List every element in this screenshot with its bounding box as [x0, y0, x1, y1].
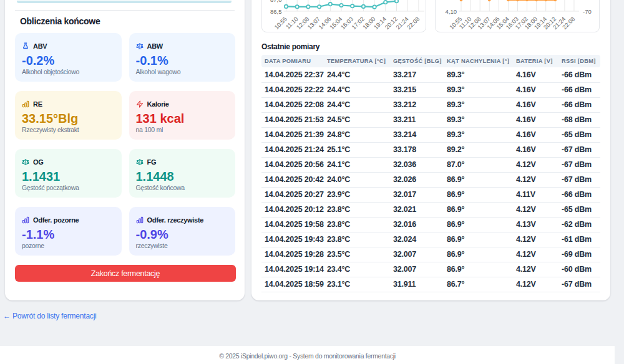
table-cell: 87.0°	[444, 157, 513, 172]
table-cell: 24.1°C	[324, 157, 390, 172]
table-cell: -62 dBm	[558, 217, 600, 232]
table-cell: -69 dBm	[558, 247, 600, 262]
column-header: DATA POMIARU	[261, 55, 324, 67]
table-cell: 4.16V	[513, 67, 558, 82]
table-cell: 14.04.2025 20:42	[261, 172, 324, 187]
table-cell: 32.026	[390, 172, 444, 187]
table-cell: 14.04.2025 21:53	[261, 112, 324, 127]
end-fermentation-button[interactable]: Zakończ fermentację	[15, 265, 236, 282]
table-cell: 4.12V	[513, 232, 558, 247]
metric-head: Odfer. rzeczywiste	[136, 215, 228, 225]
table-cell: 24.4°C	[324, 82, 390, 97]
bar-chart-icon	[22, 216, 29, 224]
table-cell: 23.9°C	[324, 187, 390, 202]
calculations-title: Obliczenia końcowe	[20, 16, 100, 26]
table-cell: 89.3°	[444, 112, 513, 127]
metric-value: 1.1448	[136, 170, 228, 184]
table-cell: 89.3°	[444, 82, 513, 97]
table-cell: -67 dBm	[558, 172, 600, 187]
table-row: 14.04.2025 19:4323.8°C32.02486.9°4.12V-6…	[261, 232, 600, 247]
metric-caption: Alkohol objętościowo	[22, 68, 114, 75]
table-cell: 14.04.2025 22:08	[261, 97, 324, 112]
table-cell: 4.16V	[513, 127, 558, 142]
table-cell: 86.9°	[444, 262, 513, 277]
table-cell: 23.5°C	[324, 247, 390, 262]
metric-label: RE	[33, 100, 42, 108]
scale-icon	[22, 158, 29, 166]
table-cell: 4.13V	[513, 217, 558, 232]
table-cell: 24.5°C	[324, 112, 390, 127]
metric-label: Kalorie	[147, 100, 169, 108]
table-row: 14.04.2025 20:2723.9°C32.01786.9°4.11V-6…	[261, 187, 600, 202]
table-cell: 24.8°C	[324, 127, 390, 142]
metric-caption: pozorne	[22, 242, 114, 249]
table-cell: -67 dBm	[558, 157, 600, 172]
metric-card-abv: ABV-0.2%Alkohol objętościowo	[15, 33, 122, 82]
metric-head: OG	[22, 157, 114, 167]
table-cell: 86.9°	[444, 217, 513, 232]
table-cell: 89.3°	[444, 97, 513, 112]
svg-text:4,10: 4,10	[446, 8, 457, 15]
table-cell: -66 dBm	[558, 187, 600, 202]
last-measurements-card: 86,587,010:5511:1012:0813:0714:0615:0416…	[251, 0, 610, 300]
table-cell: -60 dBm	[558, 262, 600, 277]
table-row: 14.04.2025 19:2823.5°C32.00786.9°4.12V-6…	[261, 247, 600, 262]
section-divider	[15, 10, 235, 11]
table-cell: 23.8°C	[324, 217, 390, 232]
table-row: 14.04.2025 22:2224.4°C33.21589.3°4.16V-6…	[261, 82, 600, 97]
table-cell: 86.9°	[444, 232, 513, 247]
column-header: BATERIA [V]	[513, 55, 558, 67]
table-cell: 14.04.2025 20:12	[261, 202, 324, 217]
table-row: 14.04.2025 21:2425.1°C33.17889.2°4.16V-6…	[261, 142, 600, 157]
table-cell: 33.211	[390, 112, 444, 127]
metric-caption: na 100 ml	[136, 126, 228, 133]
metric-caption: Gęstość końcowa	[136, 184, 228, 191]
metric-label: FG	[147, 158, 157, 166]
table-cell: 14.04.2025 20:27	[261, 187, 324, 202]
metric-head: FG	[136, 157, 228, 167]
metric-value: -1.1%	[22, 228, 114, 242]
metric-label: ABV	[33, 42, 47, 50]
bar-chart-icon	[22, 100, 29, 108]
table-cell: 4.12V	[513, 202, 558, 217]
metric-head: ABV	[22, 41, 114, 51]
upper-chart-remnant	[17, 1, 232, 3]
table-row: 14.04.2025 22:0824.4°C33.21289.3°4.16V-6…	[261, 97, 600, 112]
table-row: 14.04.2025 19:1423.4°C32.00786.9°4.12V-6…	[261, 262, 600, 277]
svg-text:22:08: 22:08	[406, 16, 421, 31]
page: Obliczenia końcowe ABV-0.2%Alkohol objęt…	[0, 0, 624, 364]
svg-text:-70: -70	[583, 8, 592, 15]
metric-label: Odfer. pozorne	[33, 216, 79, 224]
table-cell: 4.11V	[513, 187, 558, 202]
charts-row: 86,587,010:5511:1012:0813:0714:0615:0416…	[261, 0, 600, 32]
table-cell: 4.12V	[513, 277, 558, 292]
table-cell: 4.12V	[513, 247, 558, 262]
metric-caption: rzeczywiste	[136, 242, 228, 249]
metrics-grid: ABV-0.2%Alkohol objętościowoABW-0.1%Alko…	[15, 33, 235, 256]
table-cell: 32.007	[390, 262, 444, 277]
table-cell: 33.178	[390, 142, 444, 157]
table-cell: 23.8°C	[324, 232, 390, 247]
metric-head: Odfer. pozorne	[22, 215, 114, 225]
metric-card-kalorie: Kalorie131 kcalna 100 ml	[129, 91, 236, 140]
table-cell: 14.04.2025 22:22	[261, 82, 324, 97]
metric-card-odfermentowanie-rzeczywiste: Odfer. rzeczywiste-0.9%rzeczywiste	[129, 207, 236, 256]
table-cell: 33.212	[390, 97, 444, 112]
footer: © 2025 iSpindel.piwo.org - System do mon…	[0, 346, 615, 364]
metric-card-fg: FG1.1448Gęstość końcowa	[129, 149, 236, 198]
measurements-table: DATA POMIARUTEMPERATURA [°C]GĘSTOŚĆ [BLG…	[261, 55, 600, 292]
flask-icon	[22, 42, 29, 50]
table-cell: 32.007	[390, 247, 444, 262]
table-cell: 14.04.2025 19:14	[261, 262, 324, 277]
table-row: 14.04.2025 20:4224.0°C32.02686.9°4.12V-6…	[261, 172, 600, 187]
metric-card-og: OG1.1431Gęstość początkowa	[15, 149, 122, 198]
back-to-fermentation-list-link[interactable]: ← Powrót do listy fermentacji	[3, 312, 97, 320]
table-cell: 4.16V	[513, 142, 558, 157]
measurements-title: Ostatnie pomiary	[261, 42, 319, 51]
table-row: 14.04.2025 20:1223.8°C32.02186.9°4.12V-6…	[261, 202, 600, 217]
svg-text:86,5: 86,5	[270, 8, 282, 15]
table-cell: -66 dBm	[558, 97, 600, 112]
table-cell: 86.9°	[444, 187, 513, 202]
table-cell: 23.8°C	[324, 202, 390, 217]
table-cell: 4.12V	[513, 157, 558, 172]
